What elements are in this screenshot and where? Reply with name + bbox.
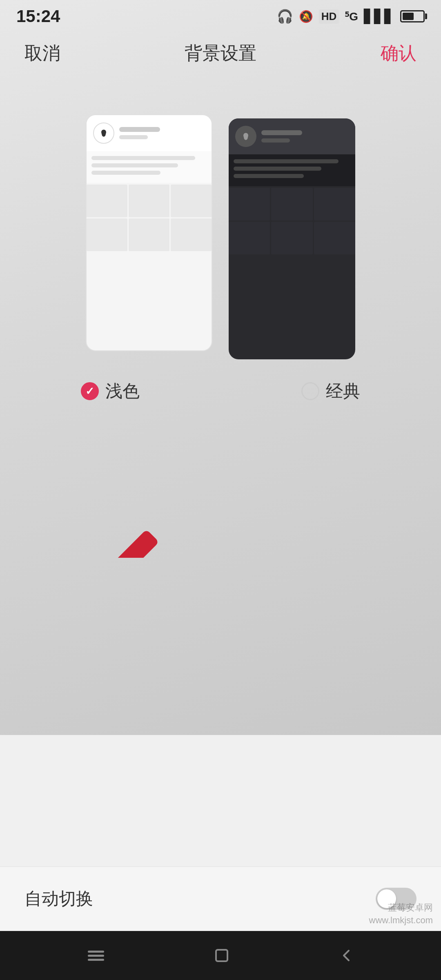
5g-badge: ⁵G xyxy=(345,10,358,23)
hd-badge: HD xyxy=(319,9,339,24)
auto-switch-label: 自动切换 xyxy=(24,887,93,910)
nav-back-icon[interactable] xyxy=(337,947,355,964)
radio-option-classic[interactable]: 经典 xyxy=(220,380,441,403)
nav-home-icon[interactable] xyxy=(213,947,231,964)
radio-light-circle[interactable] xyxy=(81,382,99,400)
dark-grid xyxy=(229,188,355,254)
dark-name-lines xyxy=(261,130,302,143)
theme-radio-options: 浅色 经典 xyxy=(0,380,441,403)
dark-avatar xyxy=(235,126,256,147)
nav-menu-icon[interactable] xyxy=(86,947,106,964)
battery-icon xyxy=(400,10,425,22)
status-time: 15:24 xyxy=(16,7,60,26)
radio-option-light[interactable]: 浅色 xyxy=(0,380,220,403)
svg-rect-7 xyxy=(216,950,227,961)
page-title: 背景设置 xyxy=(185,41,256,65)
light-grid xyxy=(87,185,212,251)
signal-icon: ▋▋▋ xyxy=(364,9,394,24)
confirm-button[interactable]: 确认 xyxy=(381,41,416,65)
theme-card-dark[interactable] xyxy=(229,118,355,359)
cancel-button[interactable]: 取消 xyxy=(24,41,60,65)
svg-point-1 xyxy=(245,136,247,139)
svg-rect-6 xyxy=(88,959,104,961)
mute-icon: 🔕 xyxy=(299,10,313,23)
light-avatar xyxy=(93,122,114,144)
light-content-area xyxy=(87,151,212,183)
svg-rect-5 xyxy=(88,955,104,957)
radio-classic-label: 经典 xyxy=(326,380,360,403)
radio-light-label: 浅色 xyxy=(105,380,140,403)
headphone-icon: 🎧 xyxy=(277,9,293,24)
svg-rect-4 xyxy=(88,951,104,953)
theme-preview-area xyxy=(0,90,441,359)
dark-content-area xyxy=(229,154,355,186)
watermark: 蓝莓安卓网 www.lmkjst.com xyxy=(369,902,433,927)
status-icons: 🎧 🔕 HD ⁵G ▋▋▋ xyxy=(277,9,425,24)
bottom-nav xyxy=(0,931,441,980)
radio-classic-circle[interactable] xyxy=(301,382,319,400)
header: 取消 背景设置 确认 xyxy=(0,33,441,74)
status-bar: 15:24 🎧 🔕 HD ⁵G ▋▋▋ xyxy=(0,0,441,33)
theme-card-light[interactable] xyxy=(86,114,212,351)
light-name-lines xyxy=(119,127,160,139)
svg-point-0 xyxy=(102,133,105,136)
